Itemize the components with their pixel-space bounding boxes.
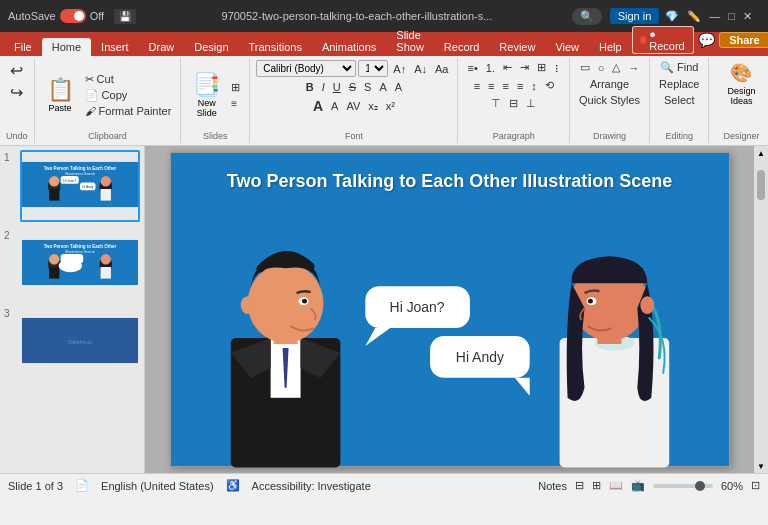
select-btn[interactable]: Select bbox=[661, 93, 698, 107]
font-size-aa2[interactable]: A bbox=[328, 99, 341, 113]
increase-indent-btn[interactable]: ⇥ bbox=[517, 60, 532, 75]
slide-layout-btn[interactable]: ⊞ bbox=[228, 80, 243, 95]
align-right-btn[interactable]: ≡ bbox=[499, 79, 511, 93]
pen-icon[interactable]: ✏️ bbox=[687, 10, 701, 23]
align-bottom-btn[interactable]: ⊥ bbox=[523, 96, 539, 111]
new-slide-button[interactable]: 📑 NewSlide bbox=[187, 69, 226, 121]
undo-button[interactable]: ↩ bbox=[7, 60, 26, 81]
tab-review[interactable]: Review bbox=[489, 38, 545, 56]
tab-view[interactable]: View bbox=[545, 38, 589, 56]
align-center-btn[interactable]: ≡ bbox=[485, 79, 497, 93]
superscript-btn[interactable]: x² bbox=[383, 99, 398, 113]
share-button[interactable]: Share bbox=[719, 32, 768, 48]
smart-art-btn[interactable]: ⊞ bbox=[534, 60, 549, 75]
cut-button[interactable]: ✂ Cut bbox=[82, 72, 175, 87]
strikethrough-button[interactable]: S bbox=[346, 80, 359, 94]
tab-help[interactable]: Help bbox=[589, 38, 632, 56]
scroll-thumb[interactable] bbox=[757, 170, 765, 200]
tab-animations[interactable]: Animations bbox=[312, 38, 386, 56]
toggle-state: Off bbox=[90, 10, 104, 22]
align-left-btn[interactable]: ≡ bbox=[471, 79, 483, 93]
vertical-scrollbar[interactable]: ▲ ▼ bbox=[754, 146, 768, 473]
justify-btn[interactable]: ≡ bbox=[514, 79, 526, 93]
underline-button[interactable]: U bbox=[330, 80, 344, 94]
increase-font-btn[interactable]: A↑ bbox=[390, 62, 409, 76]
slide-thumbnail-1[interactable]: 1 Two Person Talking to Each Other Illus… bbox=[4, 150, 140, 222]
clear-format-btn[interactable]: Aa bbox=[432, 62, 451, 76]
font-family-select[interactable]: Calibri (Body) bbox=[256, 60, 356, 77]
reading-view-btn[interactable]: 📖 bbox=[609, 479, 623, 492]
zoom-slider[interactable] bbox=[653, 484, 713, 488]
numbering-btn[interactable]: 1. bbox=[483, 61, 498, 75]
search-box[interactable]: 🔍 bbox=[572, 8, 602, 25]
format-painter-button[interactable]: 🖌 Format Painter bbox=[82, 104, 175, 118]
gem-icon[interactable]: 💎 bbox=[665, 10, 679, 23]
design-ideas-button[interactable]: 🎨 DesignIdeas bbox=[715, 60, 767, 108]
record-button[interactable]: ● Record bbox=[632, 26, 694, 54]
quickstyles-btn[interactable]: Quick Styles bbox=[576, 93, 643, 107]
arrange-btn[interactable]: Arrange bbox=[587, 77, 632, 91]
slide-section-btn[interactable]: ≡ bbox=[228, 97, 243, 110]
subscript-btn[interactable]: x₂ bbox=[365, 99, 381, 114]
decrease-font-btn[interactable]: A↓ bbox=[411, 62, 430, 76]
scroll-up-button[interactable]: ▲ bbox=[754, 146, 768, 160]
tab-slideshow[interactable]: Slide Show bbox=[386, 26, 434, 56]
slide-thumbnail-2[interactable]: 2 Two Person Talking to Each Other Illus… bbox=[4, 228, 140, 300]
slide-thumbnail-3[interactable]: 3 Slidefocus bbox=[4, 306, 140, 378]
shape-btn-1[interactable]: ▭ bbox=[577, 60, 593, 75]
zoom-level[interactable]: 60% bbox=[721, 480, 743, 492]
zoom-thumb[interactable] bbox=[695, 481, 705, 491]
columns-btn[interactable]: ⫶ bbox=[551, 61, 563, 75]
tab-transitions[interactable]: Transitions bbox=[239, 38, 312, 56]
font-color-btn[interactable]: A bbox=[376, 80, 389, 94]
align-middle-btn[interactable]: ⊟ bbox=[506, 96, 521, 111]
scroll-track[interactable] bbox=[754, 160, 768, 459]
tab-insert[interactable]: Insert bbox=[91, 38, 139, 56]
bold-button[interactable]: B bbox=[303, 80, 317, 94]
slide-img-1[interactable]: Two Person Talking to Each Other Illustr… bbox=[20, 150, 140, 222]
italic-button[interactable]: I bbox=[319, 80, 328, 94]
autosave-toggle[interactable] bbox=[60, 9, 86, 23]
maximize-btn[interactable]: □ bbox=[728, 10, 735, 22]
highlight-btn[interactable]: A bbox=[392, 80, 405, 94]
normal-view-btn[interactable]: ⊟ bbox=[575, 479, 584, 492]
bullets-btn[interactable]: ≡• bbox=[464, 61, 480, 75]
slide-img-3[interactable]: Slidefocus bbox=[20, 306, 140, 378]
shape-btn-4[interactable]: → bbox=[625, 60, 642, 75]
text-direction-btn[interactable]: ⟲ bbox=[542, 78, 557, 93]
copy-button[interactable]: 📄 Copy bbox=[82, 88, 175, 103]
tab-home[interactable]: Home bbox=[42, 38, 91, 56]
ribbon: ↩ ↪ Undo 📋 Paste ✂ Cut 📄 Copy 🖌 Format P… bbox=[0, 56, 768, 146]
tab-record[interactable]: Record bbox=[434, 38, 489, 56]
signin-button[interactable]: Sign in bbox=[610, 8, 660, 24]
minimize-btn[interactable]: — bbox=[709, 10, 720, 22]
tab-file[interactable]: File bbox=[4, 38, 42, 56]
tab-draw[interactable]: Draw bbox=[139, 38, 185, 56]
find-btn[interactable]: 🔍 Find bbox=[657, 60, 701, 75]
align-top-btn[interactable]: ⊤ bbox=[488, 96, 504, 111]
line-spacing-btn[interactable]: ↕ bbox=[528, 79, 540, 93]
paste-button[interactable]: 📋 Paste bbox=[41, 74, 80, 116]
redo-button[interactable]: ↪ bbox=[7, 82, 26, 103]
shape-btn-3[interactable]: △ bbox=[609, 60, 623, 75]
presenter-view-btn[interactable]: 📺 bbox=[631, 479, 645, 492]
paragraph-label: Paragraph bbox=[493, 129, 535, 141]
fit-slide-btn[interactable]: ⊡ bbox=[751, 479, 760, 492]
font-size-select[interactable]: 18 bbox=[358, 60, 388, 77]
language-label[interactable]: English (United States) bbox=[101, 480, 214, 492]
close-btn[interactable]: ✕ bbox=[743, 10, 752, 23]
tab-design[interactable]: Design bbox=[184, 38, 238, 56]
shadow-button[interactable]: S bbox=[361, 80, 374, 94]
chat-icon[interactable]: 💬 bbox=[698, 32, 715, 48]
slide-img-2[interactable]: Two Person Talking to Each Other Illustr… bbox=[20, 228, 140, 300]
font-size-aa1[interactable]: A bbox=[310, 97, 326, 115]
scroll-down-button[interactable]: ▼ bbox=[754, 459, 768, 473]
accessibility-label[interactable]: Accessibility: Investigate bbox=[252, 480, 371, 492]
slide-sorter-btn[interactable]: ⊞ bbox=[592, 479, 601, 492]
shape-btn-2[interactable]: ○ bbox=[595, 60, 608, 75]
svg-rect-18 bbox=[49, 267, 59, 279]
decrease-indent-btn[interactable]: ⇤ bbox=[500, 60, 515, 75]
char-spacing-btn[interactable]: AV bbox=[343, 99, 363, 113]
replace-btn[interactable]: Replace bbox=[656, 77, 702, 91]
notes-btn[interactable]: Notes bbox=[538, 480, 567, 492]
